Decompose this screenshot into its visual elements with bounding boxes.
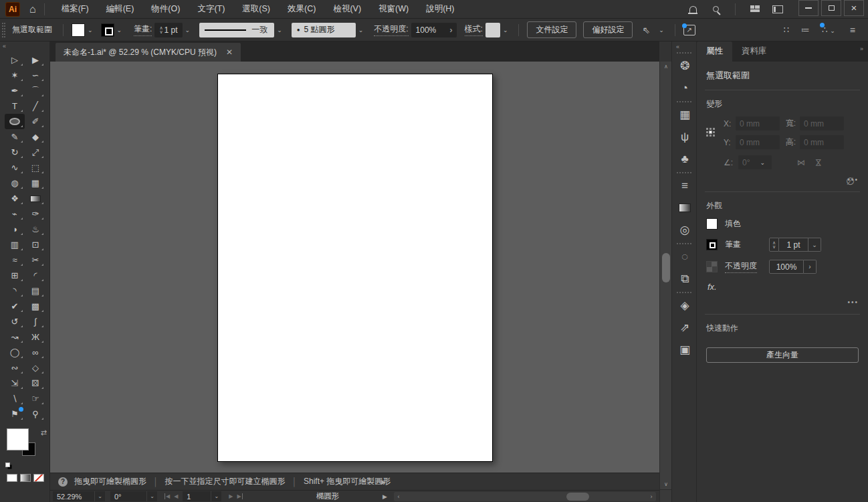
align-options-icon[interactable]: ≔	[801, 25, 810, 35]
rotation-field[interactable]: 0°	[110, 491, 146, 501]
style-swatch[interactable]	[485, 23, 500, 37]
layers-panel-icon[interactable]: ◈	[672, 295, 697, 317]
share-document-icon[interactable]: ↗	[683, 25, 695, 35]
pen-tool[interactable]: ✒	[5, 83, 25, 98]
opacity-label[interactable]: 不透明度	[725, 260, 757, 273]
previous-artboard-icon[interactable]: ◀	[174, 493, 178, 499]
document-tab[interactable]: 未命名-1.ai* @ 52.29 % (CMYK/CPU 預視) ✕	[56, 43, 241, 62]
perspective-grid-tool[interactable]: ▦	[25, 175, 45, 191]
flag-tool[interactable]: ⚑	[5, 406, 25, 422]
stroke-dropdown-icon[interactable]: ⌄	[114, 27, 125, 33]
window-close-button[interactable]: ×	[844, 0, 864, 16]
appearance-more-options-icon[interactable]: •••	[706, 299, 859, 306]
first-artboard-icon[interactable]: ◀	[165, 493, 170, 499]
brush-definition-preview[interactable]: ● 5 點圓形	[292, 23, 356, 37]
live-paint-bucket-tool[interactable]: ⊞	[5, 268, 25, 283]
vertical-scroll-thumb[interactable]	[662, 253, 670, 282]
y-field[interactable]: 0 mm	[736, 135, 780, 149]
control-bar-menu-icon[interactable]: ≡	[850, 25, 855, 35]
type-tool[interactable]: T	[5, 98, 25, 114]
eraser-tool[interactable]: ◆	[25, 129, 45, 145]
symbols-panel-icon[interactable]: ♣	[672, 148, 697, 170]
dice-tool[interactable]: ⚄	[25, 375, 45, 391]
dock-grip[interactable]	[677, 101, 691, 102]
select-similar-icon[interactable]: ⇖	[642, 25, 650, 35]
fx-effects-button[interactable]: fx.	[708, 282, 859, 292]
eyedropper-tool[interactable]: ✑	[25, 206, 45, 222]
swatches-panel-icon[interactable]: ▦	[672, 104, 697, 126]
stroke-weight-field[interactable]: ∧∨ 1 pt	[154, 23, 182, 37]
blade-tool[interactable]: ∖	[5, 391, 25, 406]
pencil-curve-tool[interactable]: ∫	[25, 314, 45, 329]
color-guide-panel-icon[interactable]: ◔	[672, 77, 697, 99]
menu-item-2[interactable]: 物件(O)	[142, 0, 189, 19]
stroke-weight-dropdown-icon[interactable]: ⌄	[183, 27, 193, 33]
style-label[interactable]: 樣式:	[465, 23, 483, 36]
transparency-panel-icon[interactable]: ◎	[672, 219, 697, 241]
snap-options-icon[interactable]: ∴⌄	[822, 25, 838, 35]
panel-collapse-icon[interactable]: »	[860, 46, 863, 52]
free-transform-tool[interactable]: ⬚	[25, 160, 45, 175]
zoom-dropdown-icon[interactable]: ⌄	[94, 491, 105, 501]
menu-item-7[interactable]: 視窗(W)	[370, 0, 417, 19]
zoom-tool[interactable]: ⚲	[25, 406, 45, 422]
window-maximize-button[interactable]	[821, 0, 841, 16]
opacity-expand-icon[interactable]: ›	[804, 260, 817, 274]
flip-vertical-icon[interactable]: ⋈	[815, 158, 823, 167]
scroll-left-icon[interactable]: ‹	[394, 493, 403, 500]
symbol-sprayer-tool[interactable]: ♨	[25, 222, 45, 237]
wave-tool[interactable]: ∾	[5, 360, 25, 375]
selection-tool[interactable]: ▷	[5, 52, 25, 68]
help-icon[interactable]: ?	[58, 477, 68, 487]
color-mode-button[interactable]	[7, 474, 17, 482]
stroke-weight-value[interactable]: 1 pt	[779, 238, 808, 252]
preferences-button[interactable]: 偏好設定	[583, 21, 633, 38]
generate-vectors-button[interactable]: 產生向量	[706, 347, 859, 363]
gradient-mode-button[interactable]	[20, 474, 31, 482]
stroke-weight-stepper[interactable]: ∧∨	[769, 238, 779, 252]
swap-fill-stroke-icon[interactable]: ⇄	[41, 428, 47, 437]
ellipse-tool[interactable]	[5, 114, 25, 129]
stroke-color-swatch[interactable]	[101, 23, 114, 37]
knife-tool[interactable]: ⌁	[5, 206, 25, 222]
opacity-field[interactable]: 100%	[411, 23, 446, 37]
scroll-down-icon[interactable]: ∨	[660, 479, 672, 489]
menu-item-3[interactable]: 文字(T)	[189, 0, 233, 19]
butterfly-tool[interactable]: Ж	[25, 329, 45, 345]
brush-dropdown-icon[interactable]: ⌄	[356, 27, 366, 33]
default-fill-stroke-icon[interactable]	[5, 463, 10, 467]
hint-expander-icon[interactable]: ▶	[381, 479, 386, 485]
measure-tool[interactable]: ▤	[25, 283, 45, 299]
shape-builder-tool[interactable]: ◍	[5, 175, 25, 191]
menu-item-0[interactable]: 檔案(F)	[53, 0, 98, 19]
line-segment-tool[interactable]: ╱	[25, 98, 45, 114]
stroke-weight-stepper[interactable]: ∧∨	[159, 26, 162, 34]
drag-grip[interactable]	[2, 23, 5, 37]
home-icon[interactable]: ⌂	[29, 4, 36, 15]
stroke-profile-dropdown-icon[interactable]: ⌄	[274, 27, 285, 33]
corner-widget-tool[interactable]: ◜	[25, 268, 45, 283]
artboard-tool[interactable]: ⊡	[25, 237, 45, 252]
horizontal-scroll-thumb[interactable]	[566, 493, 589, 501]
menu-item-1[interactable]: 編輯(E)	[98, 0, 143, 19]
last-artboard-icon[interactable]: ▶	[237, 493, 242, 499]
checkmark-brush-tool[interactable]: ✔	[5, 299, 25, 314]
width-tool[interactable]: ∿	[5, 160, 25, 175]
brushes-panel-icon[interactable]: ψ	[672, 126, 697, 148]
magic-wand-tool[interactable]: ✶	[5, 68, 25, 83]
dock-grip[interactable]	[677, 172, 691, 173]
transform-more-options-icon[interactable]: •••	[706, 176, 859, 183]
lasso-tool[interactable]: ∽	[25, 68, 45, 83]
scroll-right-icon[interactable]: ›	[647, 493, 656, 500]
rotate-tool[interactable]: ↻	[5, 145, 25, 160]
menu-item-5[interactable]: 效果(C)	[279, 0, 324, 19]
gradient-tool[interactable]	[25, 191, 45, 206]
export-panel-icon[interactable]: ⇗	[672, 317, 697, 339]
color-panel-icon[interactable]: ❂	[672, 55, 697, 77]
dock-grip[interactable]	[677, 52, 691, 54]
tab-close-icon[interactable]: ✕	[226, 48, 233, 57]
gradient-panel-icon[interactable]	[672, 197, 697, 219]
toolbar-collapse-icon[interactable]: «	[0, 41, 49, 50]
smooth-tool[interactable]: ≈	[5, 252, 25, 268]
height-field[interactable]: 0 mm	[800, 135, 844, 149]
